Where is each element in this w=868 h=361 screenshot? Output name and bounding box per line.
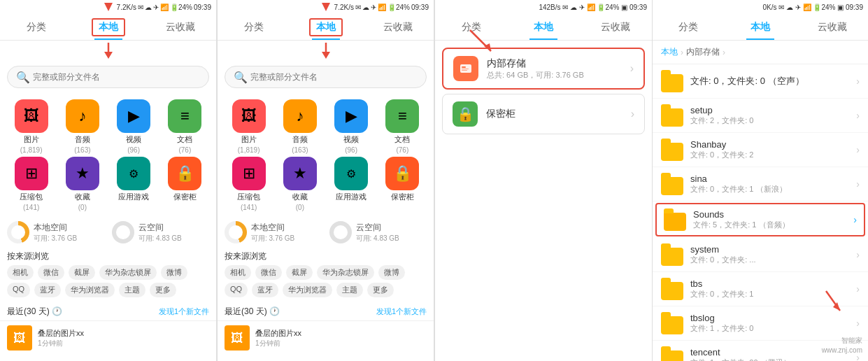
cat-fav-2[interactable]: ★ 收藏 (0) xyxy=(276,157,324,211)
source-wechat-1[interactable]: 微信 xyxy=(38,265,64,280)
recent-section-1: 最近(30 天) 🕐 发现1个新文件 xyxy=(0,303,216,320)
cat-fav-1[interactable]: ★ 收藏 (0) xyxy=(58,157,106,211)
source-weibo-1[interactable]: 微博 xyxy=(161,265,187,280)
tab-category-1[interactable]: 分类 xyxy=(0,14,72,40)
storage-cards: 内部存储 总共: 64 GB，可用: 3.76 GB › 🔒 保密柜 › xyxy=(435,41,652,141)
tab-cloud-1[interactable]: 云收藏 xyxy=(144,14,216,40)
file-list: 文件: 0，文件夹: 0 （空声） › setup 文件: 2，文件夹: 0 › xyxy=(653,64,868,361)
chevron-shanbay: › xyxy=(856,144,860,155)
source-screenshot-2[interactable]: 截屏 xyxy=(286,265,313,280)
bottom-file-2[interactable]: 🖼 叠层的图片xx 1分钟前 xyxy=(218,320,434,355)
search-box-1[interactable]: 🔍 xyxy=(7,66,209,88)
cat-app-2[interactable]: ⚙ 应用游戏 xyxy=(327,157,376,211)
file-row-empty[interactable]: 文件: 0，文件夹: 0 （空声） › xyxy=(653,64,868,99)
source-bluetooth-2[interactable]: 蓝牙 xyxy=(252,283,278,297)
source-more-2[interactable]: 更多 xyxy=(367,283,394,297)
source-section-2: 按来源浏览 相机 微信 截屏 华为杂志锁屏 微博 QQ 蓝牙 华为浏览器 主题 … xyxy=(218,248,434,303)
source-qq-1[interactable]: QQ xyxy=(7,283,30,297)
file-row-tbs[interactable]: tbs 文件: 0，文件夹: 1 › xyxy=(653,272,868,306)
cat-zip-2[interactable]: ⊞ 压缩包 (141) xyxy=(225,157,273,211)
bottom-file-icon-2: 🖼 xyxy=(225,325,250,351)
source-browser-1[interactable]: 华为浏览器 xyxy=(65,283,115,297)
source-camera-2[interactable]: 相机 xyxy=(225,265,251,280)
tab-cloud-3[interactable]: 云收藏 xyxy=(580,14,652,40)
recent-section-2: 最近(30 天) 🕐 发现1个新文件 xyxy=(218,303,434,320)
chevron-sina: › xyxy=(856,178,860,190)
cat-vault-2[interactable]: 🔒 保密柜 xyxy=(378,157,427,211)
source-wechat-2[interactable]: 微信 xyxy=(255,265,282,280)
tab-local-3[interactable]: 本地 xyxy=(507,14,579,40)
file-row-sina[interactable]: sina 文件: 0，文件夹: 1 （新浪） › xyxy=(653,167,868,201)
tab-local-4[interactable]: 本地 xyxy=(725,14,797,40)
cat-video-1[interactable]: ▶ 视频 (96) xyxy=(110,99,158,154)
cat-icon-vault-1: 🔒 xyxy=(168,157,201,190)
chevron-right-internal: › xyxy=(630,62,634,75)
search-input-2[interactable] xyxy=(250,72,418,82)
internal-storage-icon xyxy=(453,56,478,81)
source-huawei-2[interactable]: 华为杂志锁屏 xyxy=(317,265,374,280)
source-screenshot-1[interactable]: 截屏 xyxy=(69,265,95,280)
file-row-setup[interactable]: setup 文件: 2，文件夹: 0 › xyxy=(653,99,868,133)
folder-icon-sounds xyxy=(664,208,686,231)
cat-app-1[interactable]: ⚙ 应用游戏 xyxy=(110,157,158,211)
local-storage-circle-1 xyxy=(7,221,29,243)
storage-panel: 142B/s ✉ ☁ ✈ 📶 🔋24% ▣ 09:39 分类 本地 云收藏 xyxy=(435,0,652,361)
folder-icon-shanbay xyxy=(661,139,683,161)
cat-doc-1[interactable]: ≡ 文档 (76) xyxy=(161,99,209,154)
search-box-2[interactable]: 🔍 xyxy=(225,66,427,88)
source-camera-1[interactable]: 相机 xyxy=(7,265,34,280)
category-grid-1: 🖼 图片 (1,819) ♪ 音频 (163) ▶ 视频 (96) ≡ 文档 (… xyxy=(0,94,216,217)
cloud-storage-1: 云空间 可用: 4.83 GB xyxy=(112,221,210,243)
file-row-shanbay[interactable]: Shanbay 文件: 0，文件夹: 2 › xyxy=(653,133,868,167)
folder-icon-tencent xyxy=(661,346,683,361)
cat-audio-2[interactable]: ♪ 音频 (163) xyxy=(276,99,324,154)
cat-vault-1[interactable]: 🔒 保密柜 xyxy=(161,157,209,211)
source-qq-2[interactable]: QQ xyxy=(225,283,248,297)
tab-local-1[interactable]: 本地 xyxy=(72,14,144,40)
tab-local-2[interactable]: 本地 xyxy=(290,14,362,40)
cat-image-2[interactable]: 🖼 图片 (1,819) xyxy=(225,99,273,154)
source-theme-1[interactable]: 主题 xyxy=(119,283,145,297)
cat-zip-1[interactable]: ⊞ 压缩包 (141) xyxy=(7,157,55,211)
cat-image-1[interactable]: 🖼 图片 (1,819) xyxy=(7,99,55,154)
cat-icon-fav-1: ★ xyxy=(66,157,99,190)
folder-icon-tbs xyxy=(661,278,683,300)
source-more-1[interactable]: 更多 xyxy=(150,283,176,297)
source-theme-2[interactable]: 主题 xyxy=(336,283,363,297)
source-huawei-1[interactable]: 华为杂志锁屏 xyxy=(99,265,157,280)
storage-section-1: 本地空间 可用: 3.76 GB 云空间 可用: 4.83 GB xyxy=(0,217,216,248)
tab-bar-1: 分类 本地 云收藏 xyxy=(0,14,216,41)
storage-section-2: 本地空间 可用: 3.76 GB 云空间 可用: 4.83 GB xyxy=(218,217,434,248)
chevron-setup: › xyxy=(856,110,860,121)
cat-icon-app-1: ⚙ xyxy=(117,157,150,190)
tab-category-2[interactable]: 分类 xyxy=(218,14,290,40)
bottom-file-icon-1: 🖼 xyxy=(7,325,32,351)
arrow-indicator-1 xyxy=(0,42,216,60)
cat-audio-1[interactable]: ♪ 音频 (163) xyxy=(58,99,106,154)
source-weibo-2[interactable]: 微博 xyxy=(378,265,405,280)
cat-icon-image-1: 🖼 xyxy=(15,99,48,133)
file-row-sounds[interactable]: Sounds 文件: 5，文件夹: 1 （音频） › xyxy=(655,203,865,236)
chevron-tbslog: › xyxy=(856,318,860,329)
source-browser-2[interactable]: 华为浏览器 xyxy=(283,283,332,297)
chevron-sounds: › xyxy=(853,214,857,225)
local-storage-1: 本地空间 可用: 3.76 GB xyxy=(7,221,105,243)
app-container: 7.2K/s ✉ ☁ ✈ 📶 🔋24% 09:39 分类 本地 云收藏 xyxy=(0,0,868,361)
tab-cloud-4[interactable]: 云收藏 xyxy=(796,14,868,40)
tab-category-4[interactable]: 分类 xyxy=(653,14,725,40)
tab-cloud-2[interactable]: 云收藏 xyxy=(362,14,434,40)
file-list-panel: 0K/s ✉ ☁ ✈ 📶 🔋24% ▣ 09:39 分类 本地 云收藏 本地 ›… xyxy=(653,0,868,361)
arrow-indicator-2 xyxy=(218,42,434,60)
folder-icon-setup xyxy=(661,104,683,127)
search-input-1[interactable] xyxy=(33,72,200,82)
bottom-file-1[interactable]: 🖼 叠层的图片xx 1分钟前 xyxy=(0,320,216,355)
folder-icon-system xyxy=(661,243,683,266)
vault-card[interactable]: 🔒 保密柜 › xyxy=(442,94,645,134)
status-bar-2: 7.2K/s ✉ ☁ ✈ 📶 🔋24% 09:39 xyxy=(218,0,434,14)
cat-icon-video-1: ▶ xyxy=(117,99,150,133)
panel-1: 7.2K/s ✉ ☁ ✈ 📶 🔋24% 09:39 分类 本地 云收藏 xyxy=(0,0,217,361)
cat-doc-2[interactable]: ≡ 文档 (76) xyxy=(378,99,427,154)
file-row-system[interactable]: system 文件: 0，文件夹: ... › xyxy=(653,238,868,272)
source-bluetooth-1[interactable]: 蓝牙 xyxy=(34,283,61,297)
cat-video-2[interactable]: ▶ 视频 (96) xyxy=(327,99,376,154)
